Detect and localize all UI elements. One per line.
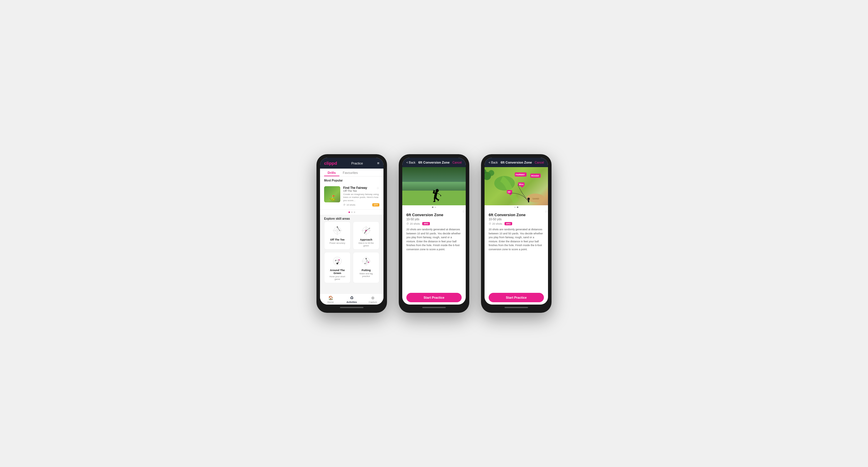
svg-point-45 bbox=[527, 198, 530, 200]
map-dot-1[interactable] bbox=[514, 206, 516, 208]
cancel-button-3[interactable]: Cancel bbox=[535, 161, 544, 164]
ott-icon bbox=[332, 225, 343, 236]
atg-icon bbox=[332, 255, 343, 267]
home-bar bbox=[340, 307, 364, 308]
golf-course-photo: 🏌 bbox=[402, 167, 466, 205]
capture-icon: ⊕ bbox=[371, 296, 375, 300]
dot-2[interactable] bbox=[351, 211, 352, 213]
phone-1-screen: clippd Practice ≡ Drills Favourites Most… bbox=[320, 158, 383, 305]
featured-drill-card[interactable]: Find The Fairway Off The Tee Create an i… bbox=[320, 183, 383, 210]
golfer-image bbox=[324, 186, 340, 202]
drill-description: 20 shots are randomly generated at dista… bbox=[406, 228, 462, 252]
drill-thumbnail bbox=[324, 186, 340, 202]
phone-2: < Back 6ft Conversion Zone Cancel 🏌 ☆ 6f… bbox=[399, 154, 469, 313]
img-dot-2[interactable] bbox=[435, 206, 436, 208]
cancel-button[interactable]: Cancel bbox=[453, 161, 462, 164]
map-dot-2[interactable] bbox=[517, 206, 518, 208]
svg-line-30 bbox=[366, 259, 369, 262]
clock-icon: ⏱ bbox=[406, 222, 409, 225]
svg-point-48 bbox=[488, 170, 494, 176]
tab-favourites[interactable]: Favourites bbox=[339, 169, 362, 176]
drill-range: 10-50 yds bbox=[406, 218, 462, 221]
phone1-header: clippd Practice ≡ bbox=[320, 158, 383, 169]
trees-bg bbox=[402, 167, 466, 182]
nav-activities-label: Activities bbox=[346, 301, 357, 303]
svg-line-31 bbox=[365, 262, 369, 263]
drill-detail-scroll-3: ☆ 6ft Conversion Zone 10-50 yds ⏱ 20 sho… bbox=[485, 209, 548, 291]
svg-point-29 bbox=[366, 261, 367, 262]
ott-desc: Power accuracy bbox=[330, 242, 345, 244]
golf-map-bg: SAND FAIRWAY ROUGH Miss Hit bbox=[485, 167, 548, 205]
putting-name: Putting bbox=[362, 269, 371, 272]
back-button[interactable]: < Back bbox=[406, 161, 415, 164]
nav-capture[interactable]: ⊕ Capture bbox=[362, 294, 383, 305]
most-popular-title: Most Popular bbox=[320, 176, 383, 183]
arg-badge-3: ARG bbox=[504, 222, 512, 225]
skill-card-atg[interactable]: Around The Green Hone your short game bbox=[324, 252, 350, 283]
drill-title-3: 6ft Conversion Zone bbox=[489, 213, 544, 217]
drill-footer: ⏱ 10 shots OTT bbox=[343, 203, 379, 206]
practice-scroll: Most Popular Find The Fairway Off The Te… bbox=[320, 176, 383, 293]
phone-3-screen: < Back 6ft Conversion Zone Cancel SAND bbox=[485, 158, 548, 305]
golfer-silhouette: 🏌 bbox=[430, 189, 444, 202]
tabs-bar: Drills Favourites bbox=[320, 169, 383, 176]
nav-activities[interactable]: ♻ Activities bbox=[341, 294, 362, 305]
home-bar-2 bbox=[422, 307, 446, 308]
favourite-star[interactable]: ☆ bbox=[376, 186, 379, 190]
start-practice-button-3[interactable]: Start Practice bbox=[489, 293, 544, 302]
nav-home-label: Home bbox=[327, 301, 334, 303]
back-button-3[interactable]: < Back bbox=[489, 161, 498, 164]
drill-map: SAND FAIRWAY ROUGH Miss Hit bbox=[485, 167, 548, 205]
phone-1: clippd Practice ≡ Drills Favourites Most… bbox=[316, 154, 387, 313]
putting-desc: Make and lag practice bbox=[355, 272, 377, 277]
approach-desc: Dial-in to hit the green bbox=[355, 242, 377, 247]
ott-badge: OTT bbox=[372, 203, 379, 206]
skill-card-ott[interactable]: Off The Tee Power accuracy bbox=[324, 222, 350, 249]
dot-1[interactable] bbox=[348, 211, 350, 213]
clock-icon-3: ⏱ bbox=[489, 222, 491, 225]
shots-info: ⏱ 20 shots bbox=[406, 222, 420, 225]
menu-icon[interactable]: ≡ bbox=[377, 161, 379, 165]
skill-card-putting[interactable]: Putting Make and lag practice bbox=[353, 252, 379, 283]
svg-text:Miss: Miss bbox=[519, 183, 524, 185]
drill-title: 6ft Conversion Zone bbox=[406, 213, 462, 217]
putting-icon bbox=[360, 255, 372, 267]
dot-3[interactable] bbox=[354, 211, 355, 213]
map-path-svg: SAND FAIRWAY ROUGH Miss Hit bbox=[485, 167, 548, 205]
svg-line-14 bbox=[364, 231, 366, 234]
skill-grid: Off The Tee Power accuracy bbox=[320, 222, 383, 286]
app-logo: clippd bbox=[324, 161, 337, 166]
shots-info-3: ⏱ 20 shots bbox=[489, 222, 502, 225]
clock-icon: ⏱ bbox=[343, 204, 346, 206]
activities-icon: ♻ bbox=[350, 296, 354, 300]
phone-2-screen: < Back 6ft Conversion Zone Cancel 🏌 ☆ 6f… bbox=[402, 158, 466, 305]
drill-photo: 🏌 bbox=[402, 167, 466, 205]
favourite-star-3[interactable]: ☆ bbox=[545, 209, 548, 213]
favourite-star[interactable]: ☆ bbox=[462, 209, 466, 213]
carousel-dots bbox=[320, 210, 383, 215]
drill-subtitle: Off The Tee bbox=[343, 190, 379, 192]
svg-text:ROUGH: ROUGH bbox=[531, 175, 539, 177]
map-carousel-dots bbox=[485, 205, 548, 209]
explore-title: Explore skill areas bbox=[320, 215, 383, 222]
svg-rect-46 bbox=[528, 200, 529, 202]
img-dot-1[interactable] bbox=[432, 206, 433, 208]
image-carousel-dots bbox=[402, 205, 466, 209]
phone2-header: < Back 6ft Conversion Zone Cancel bbox=[402, 158, 466, 167]
svg-line-22 bbox=[336, 260, 339, 261]
drill-title: Find The Fairway bbox=[343, 186, 379, 190]
home-icon: 🏠 bbox=[328, 296, 333, 300]
start-practice-button[interactable]: Start Practice bbox=[406, 293, 462, 302]
approach-name: Approach bbox=[360, 238, 372, 241]
shots-count: ⏱ 10 shots bbox=[343, 204, 355, 206]
header-title: Practice bbox=[351, 162, 363, 165]
tab-drills[interactable]: Drills bbox=[324, 169, 339, 176]
phone3-header: < Back 6ft Conversion Zone Cancel bbox=[485, 158, 548, 167]
skill-card-approach[interactable]: Approach Dial-in to hit the green bbox=[353, 222, 379, 249]
nav-home[interactable]: 🏠 Home bbox=[320, 294, 341, 305]
bottom-nav: 🏠 Home ♻ Activities ⊕ Capture bbox=[320, 293, 383, 305]
svg-point-6 bbox=[339, 230, 340, 231]
drill-header-title: 6ft Conversion Zone bbox=[418, 161, 450, 164]
drill-meta: ⏱ 20 shots ARG bbox=[406, 222, 462, 225]
home-bar-3 bbox=[504, 307, 528, 308]
